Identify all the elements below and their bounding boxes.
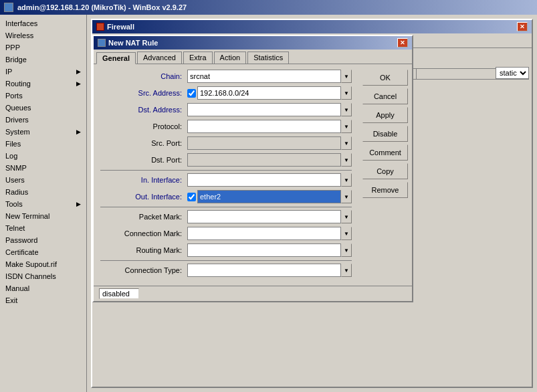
in-interface-arrow[interactable]: ▼ xyxy=(341,173,352,187)
sidebar-item-snmp[interactable]: SNMP xyxy=(0,162,86,174)
chain-dropdown-arrow[interactable]: ▼ xyxy=(341,70,352,83)
sidebar-item-isdn[interactable]: ISDN Channels xyxy=(0,270,86,282)
nat-tab-advanced[interactable]: Advanced xyxy=(137,52,182,64)
dst-address-container: ▼ xyxy=(187,103,352,116)
sidebar-item-ppp[interactable]: PPP xyxy=(0,41,86,54)
protocol-arrow[interactable]: ▼ xyxy=(341,120,352,133)
dst-address-row: Dst. Address: ▼ xyxy=(100,103,352,116)
nat-dialog: New NAT Rule ✕ General Advanced Extra Ac… xyxy=(92,35,413,302)
firewall-title-bar: Firewall ✕ xyxy=(92,20,532,33)
src-address-checkbox[interactable] xyxy=(187,89,196,98)
sidebar: Interfaces Wireless PPP Bridge IP ▶ Rout… xyxy=(0,15,87,392)
nat-tab-action[interactable]: Action xyxy=(214,52,247,64)
out-interface-checkbox[interactable] xyxy=(187,193,196,201)
content-area: Firewall ✕ Filter Rules NAT Mangle Servi… xyxy=(87,15,537,392)
firewall-close-button[interactable]: ✕ xyxy=(517,22,528,31)
arrow-icon: ▶ xyxy=(76,201,81,207)
cancel-button[interactable]: Cancel xyxy=(362,88,408,104)
sidebar-item-queues[interactable]: Queues xyxy=(0,102,86,114)
sidebar-item-certificate[interactable]: Certificate xyxy=(0,246,86,258)
out-interface-label: Out. Interface: xyxy=(100,193,187,201)
sidebar-item-system[interactable]: System ▶ xyxy=(0,126,86,138)
in-interface-label: In. Interface: xyxy=(100,176,187,184)
dst-port-row: Dst. Port: ▼ xyxy=(100,153,352,167)
packet-mark-arrow[interactable]: ▼ xyxy=(341,210,352,223)
dst-address-arrow[interactable]: ▼ xyxy=(341,103,352,116)
chain-select[interactable]: srcnat xyxy=(187,70,341,83)
sidebar-item-bridge[interactable]: Bridge xyxy=(0,54,86,66)
in-interface-select[interactable] xyxy=(187,173,341,187)
sidebar-item-routing[interactable]: Routing ▶ xyxy=(0,78,86,90)
nat-tab-general[interactable]: General xyxy=(96,52,136,64)
dst-port-arrow[interactable]: ▼ xyxy=(341,153,352,167)
connection-mark-arrow[interactable]: ▼ xyxy=(341,227,352,240)
sidebar-item-interfaces[interactable]: Interfaces xyxy=(0,17,86,29)
out-interface-arrow[interactable]: ▼ xyxy=(341,190,352,203)
sidebar-item-exit[interactable]: Exit xyxy=(0,294,86,306)
sidebar-item-files[interactable]: Files xyxy=(0,138,86,150)
copy-button[interactable]: Copy xyxy=(362,163,408,179)
src-address-label: Src. Address: xyxy=(100,89,187,97)
connection-type-arrow[interactable]: ▼ xyxy=(341,264,352,277)
nat-close-button[interactable]: ✕ xyxy=(397,38,408,47)
protocol-row: Protocol: ▼ xyxy=(100,120,352,133)
sidebar-item-ip[interactable]: IP ▶ xyxy=(0,66,86,78)
chain-row: Chain: srcnat ▼ xyxy=(100,70,352,83)
src-port-arrow[interactable]: ▼ xyxy=(341,136,352,150)
arrow-icon: ▶ xyxy=(76,80,81,87)
disable-button[interactable]: Disable xyxy=(362,126,408,142)
routing-mark-select[interactable] xyxy=(187,243,341,257)
sidebar-item-wireless[interactable]: Wireless xyxy=(0,29,86,41)
src-address-arrow[interactable]: ▼ xyxy=(341,86,352,100)
routing-mark-container: ▼ xyxy=(187,243,352,257)
src-port-label: Src. Port: xyxy=(100,139,187,147)
connection-mark-row: Connection Mark: ▼ xyxy=(100,227,352,240)
nat-dialog-body: Chain: srcnat ▼ Src. Address: xyxy=(94,64,412,286)
sidebar-item-radius[interactable]: Radius xyxy=(0,186,86,198)
static-select[interactable]: static xyxy=(496,67,529,79)
sidebar-item-telnet[interactable]: Telnet xyxy=(0,222,86,234)
protocol-select[interactable] xyxy=(187,120,341,133)
protocol-container: ▼ xyxy=(187,120,352,133)
sidebar-item-manual[interactable]: Manual xyxy=(0,282,86,294)
ok-button[interactable]: OK xyxy=(362,70,408,86)
chain-select-container: srcnat ▼ xyxy=(187,70,352,83)
chain-label: Chain: xyxy=(100,72,187,80)
status-text: disabled xyxy=(99,288,139,299)
sidebar-item-ports[interactable]: Ports xyxy=(0,90,86,102)
src-address-container: ▼ xyxy=(187,86,352,100)
sidebar-item-tools[interactable]: Tools ▶ xyxy=(0,198,86,210)
sidebar-item-make-supout[interactable]: Make Supout.rif xyxy=(0,258,86,270)
connection-mark-select[interactable] xyxy=(187,227,341,240)
connection-type-select[interactable] xyxy=(187,264,341,277)
sidebar-item-new-terminal[interactable]: New Terminal xyxy=(0,210,86,222)
connection-type-label: Connection Type: xyxy=(100,266,187,274)
src-address-input[interactable] xyxy=(197,86,341,100)
in-interface-row: In. Interface: ▼ xyxy=(100,173,352,187)
firewall-icon xyxy=(96,23,104,31)
comment-button[interactable]: Comment xyxy=(362,144,408,161)
packet-mark-container: ▼ xyxy=(187,210,352,223)
connection-mark-label: Connection Mark: xyxy=(100,229,187,237)
separator2 xyxy=(100,207,352,207)
sidebar-item-log[interactable]: Log xyxy=(0,150,86,162)
dst-port-input[interactable] xyxy=(187,153,341,167)
connection-type-row: Connection Type: ▼ xyxy=(100,264,352,277)
sidebar-item-users[interactable]: Users xyxy=(0,174,86,186)
sidebar-item-drivers[interactable]: Drivers xyxy=(0,114,86,126)
packet-mark-select[interactable] xyxy=(187,210,341,223)
remove-button[interactable]: Remove xyxy=(362,182,408,198)
out-interface-select[interactable]: ether2 xyxy=(197,190,341,203)
packet-mark-row: Packet Mark: ▼ xyxy=(100,210,352,223)
nat-tab-statistics[interactable]: Statistics xyxy=(247,52,289,64)
nat-icon xyxy=(98,39,106,47)
sidebar-item-password[interactable]: Password xyxy=(0,234,86,246)
apply-button[interactable]: Apply xyxy=(362,107,408,123)
firewall-title-text: Firewall xyxy=(107,23,134,31)
src-port-row: Src. Port: ▼ xyxy=(100,136,352,150)
nat-tab-extra[interactable]: Extra xyxy=(183,52,213,64)
separator1 xyxy=(100,170,352,171)
src-port-input[interactable] xyxy=(187,136,341,150)
routing-mark-arrow[interactable]: ▼ xyxy=(341,243,352,257)
dst-address-input[interactable] xyxy=(187,103,341,116)
